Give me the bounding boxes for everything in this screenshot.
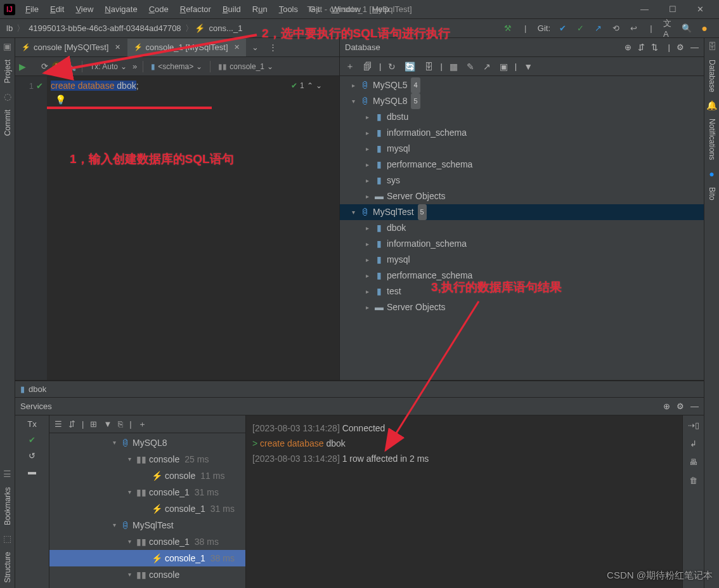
link-icon[interactable]: ⎘ (118, 419, 123, 429)
service-tree-row[interactable]: ⚡ console_131 ms (49, 500, 245, 517)
translate-icon[interactable]: 文A (663, 23, 675, 34)
expand-icon[interactable]: ⇵ (638, 42, 645, 52)
refresh-icon[interactable]: ↻ (386, 62, 398, 72)
structure-icon[interactable]: ⬚ (3, 530, 11, 547)
service-tree-row[interactable]: ⚡ console11 ms (49, 467, 245, 484)
tx-mode[interactable]: Tx: Auto ⌄ (88, 62, 129, 71)
crumb-hash[interactable]: 41995013-bb5e-46c3-abff-03484ad47708 (26, 23, 183, 33)
schema-selector[interactable]: ▮ <schema> ⌄ (149, 62, 204, 71)
menu-refactor[interactable]: Refactor (175, 3, 216, 16)
edit-icon[interactable]: ✎ (465, 62, 476, 72)
tab-commit[interactable]: Commit (1, 105, 14, 141)
tab-bito[interactable]: Bito (706, 182, 718, 206)
bito-icon[interactable]: ● (709, 166, 714, 182)
git-update-icon[interactable]: ✔ (557, 23, 568, 34)
service-tree-row[interactable]: ▾ ▮▮ console (49, 566, 245, 583)
database-strip-icon[interactable]: 🗄 (708, 38, 716, 55)
table-icon[interactable]: ▦ (448, 62, 460, 72)
crumb-file[interactable]: cons..._1 (207, 23, 245, 33)
tree-row[interactable]: ▸🛢MySQL54 (340, 77, 704, 93)
tree-row[interactable]: ▸▮mysql (340, 141, 704, 157)
git-history-icon[interactable]: ⟲ (610, 23, 621, 34)
tree-row[interactable]: ▸▮performance_schema (340, 157, 704, 173)
close-icon[interactable]: ✕ (234, 43, 240, 51)
add-icon[interactable]: ＋ (344, 61, 356, 72)
editor-tab-0[interactable]: ⚡ console [MySQlTest] ✕ (15, 39, 127, 56)
menu-build[interactable]: Build (217, 3, 246, 16)
menu-view[interactable]: View (70, 3, 98, 16)
hide-icon[interactable]: — (690, 402, 699, 411)
commit-icon[interactable]: ◌ (4, 88, 11, 105)
copy-icon[interactable]: 🗐 (361, 62, 374, 72)
tree-row[interactable]: ▸▮information_schema (340, 236, 704, 252)
service-tree-row[interactable]: ▾ ▮▮ console_131 ms (49, 484, 245, 500)
crumb-root[interactable]: lb (4, 23, 15, 33)
minimize-button[interactable]: — (637, 3, 652, 15)
git-commit-icon[interactable]: ✓ (574, 23, 586, 34)
cancel-icon[interactable]: ▬ (28, 467, 36, 476)
tree-row[interactable]: ▾🛢MySQL85 (340, 93, 704, 109)
jump-icon[interactable]: ↗ (481, 62, 493, 72)
bell-icon[interactable]: 🔔 (706, 97, 717, 114)
stop-icon[interactable]: 🔄 (403, 62, 417, 72)
tab-database[interactable]: Database (706, 55, 718, 97)
group-icon[interactable]: ⊞ (90, 419, 97, 429)
code-area[interactable]: create database dbok; 💡 ✔1 ⌃ ⌄ (47, 76, 339, 380)
close-icon[interactable]: ✕ (115, 43, 120, 51)
rollback-icon[interactable]: ↺ (29, 451, 36, 461)
menu-file[interactable]: File (20, 3, 44, 16)
search-icon[interactable]: 🔍 (681, 23, 692, 34)
tab-structure[interactable]: Structure (1, 547, 14, 588)
menu-tools[interactable]: Tools (274, 3, 303, 16)
tree-row[interactable]: ▸▮sys (340, 173, 704, 188)
tree-row[interactable]: ▾🛢MySqlTest5 (340, 204, 704, 220)
soft-wrap-icon[interactable]: ↲ (690, 439, 697, 448)
maximize-button[interactable]: ☐ (665, 3, 680, 15)
bulb-icon[interactable]: 💡 (55, 93, 66, 107)
menu-run[interactable]: Run (247, 3, 273, 16)
expand-icon[interactable]: ☰ (55, 419, 62, 429)
filter-icon[interactable]: ▼ (522, 62, 534, 72)
wrench-icon[interactable]: 🔧 (66, 62, 76, 71)
sub-tab-label[interactable]: dbok (29, 384, 46, 394)
git-rollback-icon[interactable]: ↩ (628, 23, 639, 34)
tab-bookmarks[interactable]: Bookmarks (1, 482, 14, 530)
tree-row[interactable]: ▸▮test (340, 284, 704, 299)
tab-project[interactable]: Project (1, 55, 14, 88)
service-tree-row[interactable]: ⚡ console_138 ms (49, 550, 245, 566)
service-tree-row[interactable]: ▾ 🛢 MySQL8 (49, 434, 245, 451)
tree-row[interactable]: ▸▮information_schema (340, 125, 704, 141)
hide-icon[interactable]: — (690, 42, 699, 52)
clear-icon[interactable]: 🗑 (689, 476, 697, 485)
plan-icon[interactable]: P (52, 62, 62, 72)
editor-tab-1[interactable]: ⚡ console_1 [MySqlTest] ✕ (127, 39, 246, 56)
run-button[interactable]: ▶ (19, 62, 26, 72)
database-tree[interactable]: ▸🛢MySQL54▾🛢MySQL85▸▮dbstu▸▮information_s… (340, 76, 704, 380)
tree-row[interactable]: ▸▮performance_schema (340, 268, 704, 284)
service-tree-row[interactable]: ▾ ▮▮ console_138 ms (49, 533, 245, 550)
target-icon[interactable]: ⊕ (625, 42, 632, 52)
service-tree-row[interactable]: ▾ ▮▮ console25 ms (49, 451, 245, 467)
tx-more-icon[interactable]: » (133, 62, 137, 71)
menu-edit[interactable]: Edit (45, 3, 69, 16)
tree-row[interactable]: ▸▮dbok (340, 220, 704, 236)
tree-row[interactable]: ▸▬Server Objects (340, 299, 704, 315)
menu-navigate[interactable]: Navigate (100, 3, 142, 16)
print-icon[interactable]: 🖶 (689, 457, 697, 467)
console-icon[interactable]: ▣ (498, 62, 510, 72)
editor-body[interactable]: 1 ✔ create database dbok; 💡 ✔1 ⌃ ⌄ (15, 76, 339, 380)
expand-all-icon[interactable]: ⊕ (663, 402, 670, 411)
services-tree[interactable]: ▾ 🛢 MySQL8▾ ▮▮ console25 ms ⚡ console11 … (49, 433, 245, 588)
bookmarks-icon[interactable]: ☰ (3, 466, 11, 482)
project-toggle-icon[interactable]: ▣ (3, 38, 11, 55)
upgrade-icon[interactable]: ● (699, 23, 710, 34)
tab-notifications[interactable]: Notifications (706, 114, 718, 165)
tabs-menu-icon[interactable]: ⋮ (264, 42, 282, 52)
tree-row[interactable]: ▸▮dbstu (340, 109, 704, 125)
add-icon[interactable]: ＋ (138, 419, 146, 430)
output-settings-icon[interactable]: ⇢▯ (688, 421, 699, 430)
inspections-widget[interactable]: ✔1 ⌃ ⌄ (288, 76, 339, 95)
filter-icon[interactable]: ▼ (103, 419, 112, 429)
services-output[interactable]: [2023-08-03 13:14:28] Connected > create… (246, 415, 682, 588)
tree-row[interactable]: ▸▮mysql (340, 252, 704, 268)
